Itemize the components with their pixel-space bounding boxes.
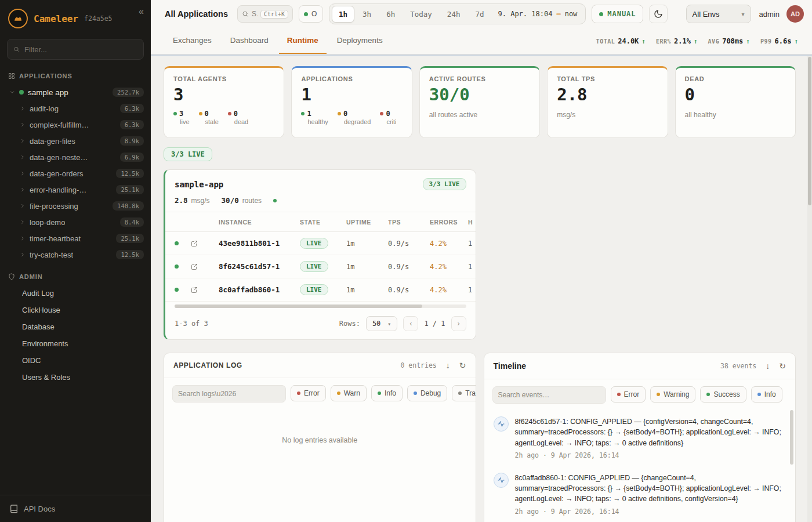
chip-trace[interactable]: Trace: [452, 385, 476, 401]
range-1h[interactable]: 1h: [332, 6, 354, 23]
external-link-icon[interactable]: [191, 263, 198, 270]
chip-info[interactable]: Info: [751, 386, 782, 403]
warn-dot: [337, 392, 340, 395]
chip-error[interactable]: Error: [291, 385, 326, 401]
range-today[interactable]: Today: [403, 6, 439, 23]
chip-warn[interactable]: Warn: [331, 385, 367, 401]
tab-runtime[interactable]: Runtime: [279, 28, 327, 54]
brand-title: Cameleer: [34, 13, 78, 24]
sidebar: Cameleer f24a5e5 « APPLICATIONS sample a…: [0, 0, 151, 522]
sidebar-header: Cameleer f24a5e5 «: [0, 0, 151, 34]
next-page-button[interactable]: ›: [451, 316, 466, 331]
log-search[interactable]: [172, 385, 286, 403]
dark-mode-toggle[interactable]: [649, 5, 668, 23]
sidebar-item-audit-log[interactable]: Audit Log: [0, 285, 151, 302]
rows-per-page-select[interactable]: 50 ▾: [366, 316, 397, 331]
online-toggle[interactable]: O: [299, 5, 323, 23]
panel-title: Timeline: [494, 361, 527, 371]
chip-label: Debug: [420, 389, 441, 397]
tree-item[interactable]: timer-heartbeat 25.1k: [0, 230, 151, 246]
global-search[interactable]: S… Ctrl+K: [237, 5, 293, 23]
tree-item[interactable]: loop-demo 8.4k: [0, 214, 151, 230]
avatar[interactable]: AD: [786, 5, 804, 23]
stat-value: 24.0K: [618, 37, 639, 45]
refresh-icon[interactable]: ↻: [459, 361, 466, 369]
horizontal-scrollbar[interactable]: [175, 304, 466, 308]
timeline-search-input[interactable]: [498, 391, 600, 399]
timeline-search[interactable]: [492, 386, 606, 404]
external-link-icon[interactable]: [191, 240, 198, 247]
apps-grid-icon: [8, 72, 15, 79]
range-3h[interactable]: 3h: [356, 6, 378, 23]
caret-down-icon: ▾: [387, 321, 391, 327]
tree-item[interactable]: data-gen-orders 12.5k: [0, 165, 151, 182]
sidebar-filter[interactable]: [7, 39, 144, 60]
tree-item[interactable]: data-gen-files 8.9k: [0, 133, 151, 149]
chevron-right-icon: [20, 138, 26, 144]
time-range-display[interactable]: 9. Apr. 18:04 – now: [492, 10, 583, 18]
tab-dashboard[interactable]: Dashboard: [222, 28, 277, 54]
search-icon: [13, 46, 20, 53]
download-icon[interactable]: ↓: [446, 361, 450, 369]
external-link-icon[interactable]: [191, 287, 198, 293]
sidebar-item-database[interactable]: Database: [0, 318, 151, 335]
page-title: All Applications: [165, 9, 228, 19]
api-docs-link[interactable]: API Docs: [0, 495, 151, 522]
range-6h[interactable]: 6h: [379, 6, 402, 23]
live-filter-pill[interactable]: 3/3 LIVE: [164, 147, 212, 161]
card-value: 1: [301, 86, 402, 103]
chevron-right-icon: [20, 219, 26, 225]
tree-item[interactable]: audit-log 6.3k: [0, 100, 151, 117]
chip-error[interactable]: Error: [611, 386, 646, 403]
refresh-icon[interactable]: ↻: [779, 362, 786, 370]
filter-input[interactable]: [24, 45, 137, 54]
errors-cell: 4.2%: [430, 286, 468, 294]
page-scrollbar[interactable]: [807, 56, 812, 522]
sidebar-item-users-roles[interactable]: Users & Roles: [0, 369, 151, 386]
app-live-pill: 3/3 LIVE: [423, 178, 466, 190]
sidebar-item-environments[interactable]: Environments: [0, 335, 151, 352]
tree-item[interactable]: error-handling-… 25.1k: [0, 182, 151, 198]
page-scrollbar-thumb[interactable]: [808, 57, 811, 205]
table-row[interactable]: 43ee9811b801-1 LIVE 1m 0.9/s 4.2% 1: [165, 232, 476, 255]
chip-warning[interactable]: Warning: [650, 386, 695, 403]
range-24h[interactable]: 24h: [440, 6, 467, 23]
log-search-input[interactable]: [178, 390, 280, 398]
sidebar-item-sample-app[interactable]: sample app 252.7k: [0, 84, 151, 100]
range-7d[interactable]: 7d: [468, 6, 491, 23]
chip-success[interactable]: Success: [700, 386, 746, 403]
tree-item[interactable]: data-gen-neste… 6.9k: [0, 149, 151, 165]
chip-info[interactable]: Info: [371, 385, 403, 401]
tree-item[interactable]: file-processing 140.8k: [0, 198, 151, 214]
stat-err: ERR% 2.1% ↑: [656, 37, 698, 45]
timeline-scrollbar-thumb[interactable]: [790, 410, 793, 465]
critical-label: criti: [386, 118, 396, 125]
scrollbar-thumb[interactable]: [175, 304, 422, 308]
debug-dot: [414, 392, 417, 395]
healthy-label: healthy: [307, 118, 328, 125]
degraded-label: degraded: [344, 118, 371, 125]
tree-item[interactable]: try-catch-test 12.5k: [0, 246, 151, 263]
sidebar-collapse-icon[interactable]: «: [139, 6, 144, 17]
count-badge: 8.9k: [120, 136, 144, 146]
download-icon[interactable]: ↓: [766, 362, 770, 370]
event-text: 8c0affadb860-1: CONFIG_APPLIED — {change…: [515, 473, 784, 505]
timeline-event[interactable]: 8f6245c61d57-1: CONFIG_APPLIED — {config…: [484, 411, 796, 467]
rows-per-page-label: Rows:: [339, 320, 360, 328]
prev-page-button[interactable]: ‹: [403, 316, 418, 331]
tab-exchanges[interactable]: Exchanges: [165, 28, 220, 54]
row-range-label: 1-3 of 3: [175, 320, 208, 328]
table-row[interactable]: 8c0affadb860-1 LIVE 1m 0.9/s 4.2% 1: [165, 278, 476, 302]
chip-debug[interactable]: Debug: [407, 385, 447, 401]
tree-item-label: data-gen-neste…: [30, 153, 88, 162]
table-row[interactable]: 8f6245c61d57-1 LIVE 1m 0.9/s 4.2% 1: [165, 255, 476, 278]
sidebar-item-oidc[interactable]: OIDC: [0, 352, 151, 369]
chip-label: Error: [624, 390, 640, 398]
col-errors: ERRORS: [430, 219, 468, 226]
tree-item[interactable]: complex-fulfillm… 6.3k: [0, 117, 151, 133]
timeline-event[interactable]: 8c0affadb860-1: CONFIG_APPLIED — {change…: [484, 467, 796, 522]
environment-select[interactable]: All Envs ▾: [686, 5, 751, 23]
sidebar-item-clickhouse[interactable]: ClickHouse: [0, 302, 151, 318]
manual-refresh-button[interactable]: MANUAL: [592, 5, 643, 23]
tab-deployments[interactable]: Deployments: [329, 28, 391, 54]
